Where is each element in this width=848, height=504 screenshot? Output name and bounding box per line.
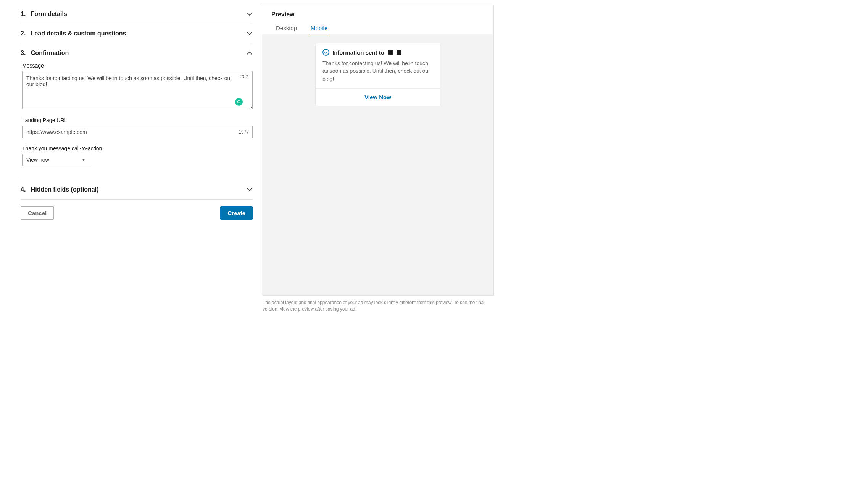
- cancel-button[interactable]: Cancel: [21, 206, 54, 220]
- preview-cta-button[interactable]: View Now: [316, 89, 440, 106]
- chevron-up-icon: [247, 50, 253, 56]
- preview-panel: Preview Desktop Mobile Information se: [262, 5, 494, 296]
- message-label: Message: [22, 63, 253, 69]
- redacted-recipient: [397, 50, 401, 55]
- landing-url-label: Landing Page URL: [22, 117, 253, 123]
- section-title: Hidden fields (optional): [31, 186, 99, 193]
- section-title: Form details: [31, 11, 67, 17]
- accordion-lead-details: 2. Lead details & custom questions: [21, 24, 253, 43]
- cta-field-group: Thank you message call-to-action View no…: [22, 145, 253, 166]
- form-button-row: Cancel Create: [21, 200, 253, 220]
- accordion-header-confirmation[interactable]: 3. Confirmation: [21, 43, 253, 63]
- section-number: 3.: [21, 50, 26, 56]
- cta-label: Thank you message call-to-action: [22, 145, 253, 151]
- accordion-hidden-fields: 4. Hidden fields (optional): [21, 180, 253, 200]
- accordion-confirmation: 3. Confirmation Message 202 G: [21, 43, 253, 180]
- preview-title: Preview: [271, 11, 484, 18]
- accordion-header-form-details[interactable]: 1. Form details: [21, 5, 253, 24]
- check-circle-icon: [322, 49, 329, 56]
- section-number: 2.: [21, 30, 26, 37]
- grammarly-icon: G: [235, 98, 243, 106]
- preview-disclaimer: The actual layout and final appearance o…: [262, 296, 494, 312]
- accordion-header-hidden-fields[interactable]: 4. Hidden fields (optional): [21, 180, 253, 199]
- preview-message-text: Thanks for contacting us! We will be in …: [322, 60, 433, 83]
- redacted-recipient: [388, 50, 393, 55]
- create-button[interactable]: Create: [220, 206, 253, 220]
- cta-select[interactable]: View now: [22, 154, 89, 166]
- form-editor-panel: 1. Form details 2. Lead details & custom…: [21, 5, 253, 312]
- chevron-down-icon: [247, 187, 253, 193]
- accordion-header-lead-details[interactable]: 2. Lead details & custom questions: [21, 24, 253, 43]
- section-number: 4.: [21, 186, 26, 193]
- message-textarea[interactable]: [22, 71, 253, 109]
- preview-info-sent-label: Information sent to: [332, 49, 384, 56]
- message-char-count: 202: [240, 74, 248, 79]
- landing-url-field-group: Landing Page URL 1977: [22, 117, 253, 138]
- confirmation-content: Message 202 G Landing Page URL 1977: [21, 63, 253, 180]
- section-title: Confirmation: [31, 50, 69, 56]
- tab-desktop[interactable]: Desktop: [274, 23, 298, 34]
- section-title: Lead details & custom questions: [31, 30, 126, 37]
- preview-body: Information sent to Thanks for contactin…: [262, 34, 493, 295]
- preview-tabs: Desktop Mobile: [271, 23, 484, 34]
- section-number: 1.: [21, 11, 26, 17]
- chevron-down-icon: [247, 11, 253, 17]
- preview-card: Information sent to Thanks for contactin…: [316, 43, 440, 106]
- accordion-form-details: 1. Form details: [21, 5, 253, 24]
- tab-mobile[interactable]: Mobile: [309, 23, 329, 34]
- landing-url-char-count: 1977: [239, 129, 249, 135]
- landing-url-input[interactable]: [22, 126, 253, 138]
- chevron-down-icon: [247, 31, 253, 37]
- message-field-group: Message 202 G: [22, 63, 253, 110]
- preview-panel-column: Preview Desktop Mobile Information se: [262, 5, 494, 312]
